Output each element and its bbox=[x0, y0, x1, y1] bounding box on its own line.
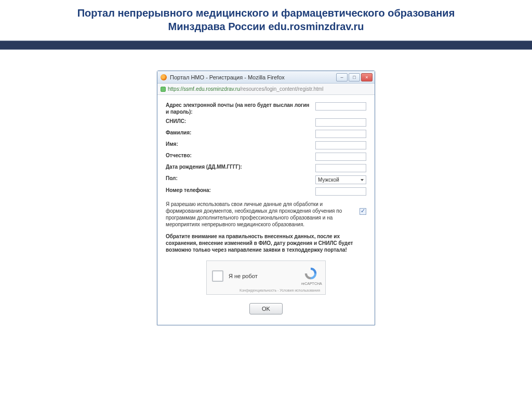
dob-input[interactable] bbox=[315, 164, 366, 172]
patronymic-input[interactable] bbox=[315, 153, 366, 161]
maximize-button[interactable]: □ bbox=[349, 73, 360, 81]
lock-icon bbox=[161, 87, 166, 92]
name-input[interactable] bbox=[315, 141, 366, 149]
gender-label: Пол: bbox=[166, 175, 311, 182]
close-button[interactable]: × bbox=[361, 73, 373, 81]
row-phone: Номер телефона: bbox=[166, 187, 366, 196]
title-line2: Минздрава России edu.rosminzdrav.ru bbox=[168, 21, 364, 32]
ok-button[interactable]: OK bbox=[249, 303, 283, 314]
recaptcha-label: Я не робот bbox=[229, 273, 296, 279]
url-host: https://ssmf.edu.rosminzdrav.ru bbox=[168, 86, 240, 92]
recaptcha-widget: Я не робот reCAPTCHA Конфиденциальность … bbox=[206, 260, 326, 295]
chevron-down-icon bbox=[361, 179, 364, 181]
page-title: Портал непрерывного медицинского и фарма… bbox=[0, 0, 532, 37]
surname-input[interactable] bbox=[315, 130, 366, 138]
divider-bar bbox=[0, 40, 532, 50]
row-consent: Я разрешаю использовать свои личные данн… bbox=[166, 201, 366, 228]
recaptcha-icon bbox=[303, 266, 318, 281]
dob-label: Дата рождения (ДД.ММ.ГГГГ): bbox=[166, 164, 311, 171]
title-line1: Портал непрерывного медицинского и фарма… bbox=[77, 7, 455, 19]
window-titlebar: Портал НМО - Регистрация - Mozilla Firef… bbox=[157, 71, 375, 84]
gender-select[interactable]: Мужской bbox=[315, 175, 366, 184]
consent-checkbox[interactable] bbox=[360, 208, 366, 215]
window-title: Портал НМО - Регистрация - Mozilla Firef… bbox=[170, 74, 336, 80]
surname-label: Фамилия: bbox=[166, 130, 311, 136]
snils-label: СНИЛС: bbox=[166, 118, 311, 125]
gender-value: Мужской bbox=[318, 177, 339, 183]
recaptcha-checkbox[interactable] bbox=[212, 270, 223, 282]
phone-input[interactable] bbox=[315, 187, 366, 196]
recaptcha-brand: reCAPTCHA bbox=[301, 282, 320, 285]
address-bar[interactable]: https://ssmf.edu.rosminzdrav.ru/resource… bbox=[157, 84, 375, 95]
recaptcha-footer: Конфиденциальность - Условия использован… bbox=[212, 289, 320, 292]
minimize-button[interactable]: – bbox=[336, 73, 348, 81]
consent-text: Я разрешаю использовать свои личные данн… bbox=[166, 201, 355, 228]
window-buttons: – □ × bbox=[336, 73, 373, 81]
row-surname: Фамилия: bbox=[166, 130, 366, 138]
url-path: /resources/login_content/registr.html bbox=[240, 86, 324, 92]
email-input[interactable] bbox=[315, 102, 366, 111]
url-text: https://ssmf.edu.rosminzdrav.ru/resource… bbox=[168, 86, 323, 92]
row-patronymic: Отчество: bbox=[166, 153, 366, 161]
name-label: Имя: bbox=[166, 141, 311, 148]
browser-window: Портал НМО - Регистрация - Mozilla Firef… bbox=[157, 71, 375, 325]
row-email: Адрес электронной почты (на него будет в… bbox=[166, 102, 366, 115]
firefox-icon bbox=[161, 74, 167, 80]
phone-label: Номер телефона: bbox=[166, 187, 311, 194]
form-area: Адрес электронной почты (на него будет в… bbox=[157, 95, 375, 325]
snils-input[interactable] bbox=[315, 118, 366, 127]
row-gender: Пол: Мужской bbox=[166, 175, 366, 184]
patronymic-label: Отчество: bbox=[166, 153, 311, 159]
row-snils: СНИЛС: bbox=[166, 118, 366, 127]
row-name: Имя: bbox=[166, 141, 366, 149]
row-dob: Дата рождения (ДД.ММ.ГГГГ): bbox=[166, 164, 366, 172]
email-label: Адрес электронной почты (на него будет в… bbox=[166, 102, 311, 115]
recaptcha-logo: reCAPTCHA bbox=[301, 266, 320, 285]
warning-text: Обратите внимание на правильность внесен… bbox=[166, 233, 366, 253]
